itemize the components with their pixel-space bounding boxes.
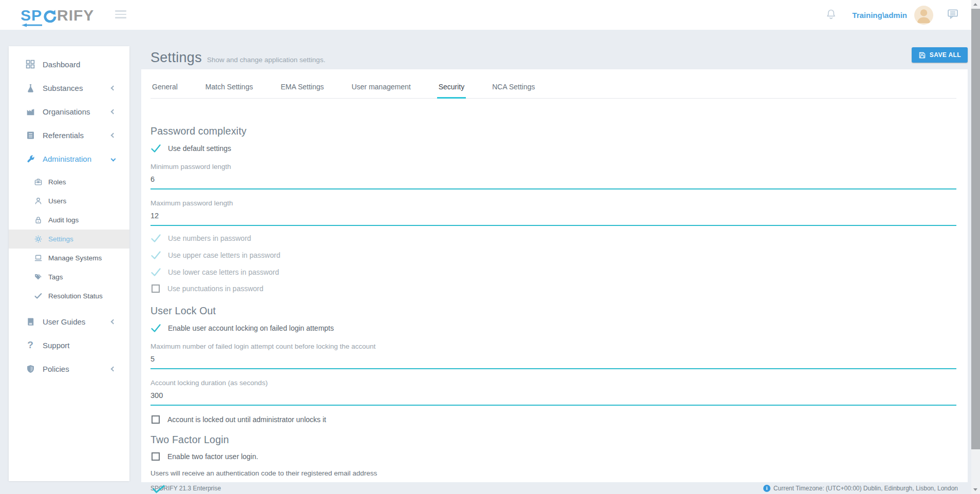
checkbox-checked-disabled-icon — [150, 268, 161, 277]
tab-user-management[interactable]: User management — [350, 77, 412, 99]
footer: SPORIFY 21.3 Enterprise i Current Timezo… — [0, 482, 971, 494]
checkbox-use-upper-case[interactable]: Use upper case letters in password — [150, 251, 956, 260]
max-password-length-input[interactable] — [150, 208, 956, 226]
tab-ema-settings[interactable]: EMA Settings — [279, 77, 325, 99]
save-all-button[interactable]: SAVE ALL — [912, 47, 968, 63]
checkbox-unchecked-icon[interactable] — [152, 284, 160, 293]
sidebar-item-referentials[interactable]: Referentials — [9, 123, 129, 147]
lock-duration-input[interactable] — [150, 388, 956, 406]
checkbox-label: Account is locked out until administrato… — [167, 415, 326, 424]
checkbox-label: Use default settings — [168, 144, 231, 153]
sidebar-item-resolution-status[interactable]: Resolution Status — [9, 287, 129, 306]
logo-arrow-icon — [22, 23, 43, 27]
page-header: Settings Show and change application set… — [150, 50, 325, 66]
list-icon — [25, 130, 35, 140]
sidebar-item-support[interactable]: ? Support — [9, 333, 129, 357]
sidebar-item-administration[interactable]: Administration — [9, 147, 129, 170]
sidebar-item-label: Resolution Status — [48, 292, 103, 300]
sidebar-item-label: Policies — [43, 365, 69, 373]
scrollbar-down-arrow[interactable] — [971, 485, 980, 494]
sidebar-item-roles[interactable]: Roles — [9, 173, 129, 192]
logo-circular-arrow-icon — [43, 9, 56, 23]
vertical-scrollbar[interactable] — [971, 0, 980, 494]
sidebar-item-label: Tags — [48, 273, 63, 281]
max-failed-attempts-input[interactable] — [150, 351, 956, 369]
checkbox-label: Use lower case letters in password — [168, 268, 279, 276]
lock-duration-label: Account locking duration (as seconds) — [150, 379, 956, 387]
checkbox-enable-two-factor[interactable]: Enable two factor user login. — [150, 452, 956, 461]
checkbox-label: Use punctuations in password — [167, 284, 263, 293]
footer-timezone: i Current Timezone: (UTC+00:00) Dublin, … — [763, 485, 958, 492]
section-heading-user-lock-out: User Lock Out — [150, 305, 956, 317]
tab-general[interactable]: General — [150, 77, 179, 99]
sidebar-item-label: Manage Systems — [48, 254, 102, 262]
app-logo[interactable]: SP RIFY — [21, 6, 94, 25]
navbar-right-cluster: Training\admin — [825, 0, 959, 30]
sidebar-toggle-button[interactable] — [115, 10, 127, 21]
chevron-down-icon — [111, 156, 116, 161]
sidebar-item-label: Substances — [43, 84, 83, 92]
checkbox-use-lower-case[interactable]: Use lower case letters in password — [150, 268, 956, 277]
logo-text-rify: RIFY — [57, 7, 94, 24]
shield-icon — [25, 364, 35, 374]
sidebar-item-label: Audit logs — [48, 216, 79, 224]
save-all-label: SAVE ALL — [930, 51, 961, 59]
scrollbar-thumb[interactable] — [971, 9, 980, 449]
sidebar-item-settings[interactable]: Settings — [9, 230, 129, 249]
book-icon — [25, 316, 35, 327]
checkbox-enable-account-locking[interactable]: Enable user account locking on failed lo… — [150, 324, 956, 333]
user-menu[interactable]: Training\admin — [852, 11, 907, 20]
sidebar-item-label: Support — [43, 341, 70, 350]
checkbox-unchecked-icon[interactable] — [152, 452, 160, 461]
page-title: Settings — [150, 50, 202, 66]
section-heading-two-factor: Two Factor Login — [150, 434, 956, 446]
checkbox-use-default-settings[interactable]: Use default settings — [150, 144, 956, 153]
checkbox-admin-unlock[interactable]: Account is locked out until administrato… — [150, 415, 956, 424]
dashboard-icon — [25, 59, 35, 69]
section-heading-password-complexity: Password complexity — [150, 125, 956, 137]
checkbox-unchecked-icon[interactable] — [152, 415, 160, 424]
question-mark-icon: ? — [25, 339, 35, 351]
page-subtitle: Show and change application settings. — [207, 56, 325, 64]
chevron-left-icon — [111, 85, 116, 90]
footer-timezone-text: Current Timezone: (UTC+00:00) Dublin, Ed… — [774, 485, 958, 492]
sidebar-item-label: Organisations — [43, 107, 90, 116]
checkbox-label: Use upper case letters in password — [168, 251, 280, 259]
sidebar-item-label: Roles — [48, 178, 66, 186]
sidebar-item-audit-logs[interactable]: Audit logs — [9, 211, 129, 230]
sidebar-item-users[interactable]: Users — [9, 192, 129, 211]
monitor-icon — [34, 254, 43, 262]
checkbox-use-punctuations[interactable]: Use punctuations in password — [150, 284, 956, 293]
logo-text-sp: SP — [21, 7, 42, 24]
footer-logo-swoosh-icon — [152, 485, 165, 493]
settings-content-panel: General Match Settings EMA Settings User… — [141, 69, 968, 483]
sidebar-item-organisations[interactable]: Organisations — [9, 100, 129, 123]
chat-icon[interactable] — [947, 8, 959, 22]
sidebar-item-manage-systems[interactable]: Manage Systems — [9, 249, 129, 268]
two-factor-note: Users will receive an authentication cod… — [150, 469, 956, 477]
sidebar-item-label: Users — [48, 197, 66, 205]
max-failed-attempts-label: Maximum number of failed login attempt c… — [150, 343, 956, 350]
sidebar-item-tags[interactable]: Tags — [9, 268, 129, 287]
gear-icon — [34, 235, 43, 243]
sidebar-item-label: User Guides — [43, 317, 85, 326]
notifications-bell-icon[interactable] — [825, 8, 837, 22]
tab-security[interactable]: Security — [437, 77, 466, 99]
check-icon — [34, 292, 43, 300]
sidebar-item-policies[interactable]: Policies — [9, 357, 129, 381]
tab-match-settings[interactable]: Match Settings — [204, 77, 255, 99]
sidebar-item-user-guides[interactable]: User Guides — [9, 310, 129, 333]
top-navbar: SP RIFY Training\admin — [0, 0, 971, 30]
administration-submenu: Roles Users Audit logs Settings Manage S… — [9, 170, 129, 310]
user-icon — [34, 197, 43, 205]
checkbox-use-numbers[interactable]: Use numbers in password — [150, 234, 956, 243]
sidebar-item-label: Settings — [48, 235, 73, 243]
sidebar-item-substances[interactable]: Substances — [9, 76, 129, 100]
scrollbar-up-arrow[interactable] — [971, 0, 980, 9]
tab-nca-settings[interactable]: NCA Settings — [491, 77, 536, 99]
avatar[interactable] — [914, 6, 933, 25]
checkbox-label: Enable two factor user login. — [167, 452, 258, 461]
sidebar-item-dashboard[interactable]: Dashboard — [9, 52, 129, 76]
min-password-length-input[interactable] — [150, 172, 956, 189]
sidebar-item-label: Dashboard — [43, 60, 80, 69]
